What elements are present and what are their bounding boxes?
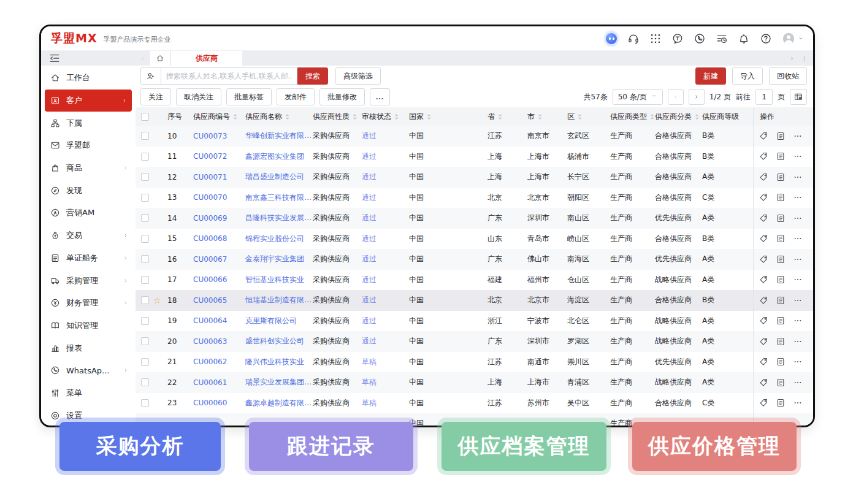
column-header-country[interactable]: 国家 xyxy=(408,107,486,126)
sidebar-item-shipdoc[interactable]: 单证船务 xyxy=(41,247,136,270)
sidebar-item-subordinate[interactable]: 下属 xyxy=(41,112,136,134)
star-icon[interactable]: ☆ xyxy=(153,296,161,305)
tab-scroll-right-icon[interactable] xyxy=(786,52,797,65)
sort-icon[interactable] xyxy=(537,113,543,120)
sidebar-item-marketing[interactable]: 营销AM xyxy=(41,202,136,224)
cell-code[interactable]: CU00065 xyxy=(192,290,244,311)
column-header-name[interactable]: 供应商名称 xyxy=(244,107,312,126)
row-checkbox[interactable] xyxy=(141,337,149,345)
tag-icon[interactable] xyxy=(759,172,768,182)
page-size-select[interactable]: 50 条/页 xyxy=(613,89,663,105)
row-checkbox[interactable] xyxy=(141,399,149,407)
cell-name[interactable]: 隆兴伟业科技实业 xyxy=(244,352,312,373)
tag-icon[interactable] xyxy=(759,234,768,243)
detail-form-icon[interactable] xyxy=(776,378,786,388)
column-header-code[interactable]: 供应商编号 xyxy=(192,107,244,126)
detail-form-icon[interactable] xyxy=(776,254,786,264)
sort-icon[interactable] xyxy=(394,113,399,120)
cell-name[interactable]: 华峰创新实业有限… xyxy=(244,126,312,147)
row-more-icon[interactable] xyxy=(793,275,803,284)
column-header-nature[interactable]: 供应商性质 xyxy=(312,107,361,126)
detail-form-icon[interactable] xyxy=(776,296,786,305)
sidebar-item-finance[interactable]: 财务管理 xyxy=(41,292,136,315)
row-checkbox[interactable] xyxy=(141,132,149,140)
advanced-filter-button[interactable]: 高级筛选 xyxy=(335,67,381,85)
bulk-action-button[interactable]: 发邮件 xyxy=(277,88,315,105)
select-all-checkbox[interactable] xyxy=(141,113,149,121)
cell-name[interactable]: 南京鑫三科技有限… xyxy=(244,188,312,208)
bulk-action-button[interactable]: 关注 xyxy=(140,88,171,105)
tag-icon[interactable] xyxy=(759,193,768,202)
column-header-status[interactable]: 审核状态 xyxy=(361,107,408,126)
sort-icon[interactable] xyxy=(352,113,358,120)
tab-scroll-left-icon[interactable] xyxy=(136,51,149,66)
cell-code[interactable]: CU00067 xyxy=(192,249,244,270)
row-more-icon[interactable] xyxy=(793,131,803,141)
tag-icon[interactable] xyxy=(759,254,768,264)
user-menu[interactable] xyxy=(781,32,805,45)
whatsapp-icon[interactable] xyxy=(693,32,706,45)
apps-grid-icon[interactable] xyxy=(649,32,662,45)
column-header-district[interactable]: 区 xyxy=(566,107,609,126)
sidebar-item-home[interactable]: 工作台 xyxy=(41,67,136,90)
help-icon[interactable] xyxy=(759,32,773,45)
tab-home[interactable] xyxy=(150,51,170,66)
detail-form-icon[interactable] xyxy=(776,316,786,326)
sort-icon[interactable] xyxy=(577,113,583,120)
row-more-icon[interactable] xyxy=(793,398,803,408)
row-checkbox[interactable] xyxy=(141,153,149,161)
cell-code[interactable]: CU00060 xyxy=(192,393,244,414)
notification-bell-icon[interactable] xyxy=(737,32,751,45)
tag-icon[interactable] xyxy=(759,337,768,346)
sort-icon[interactable] xyxy=(497,113,503,120)
row-more-icon[interactable] xyxy=(793,234,803,243)
sidebar-item-product[interactable]: 商品 xyxy=(41,157,136,180)
detail-form-icon[interactable] xyxy=(776,193,786,202)
sidebar-item-mail[interactable]: 孚盟邮 xyxy=(41,134,136,157)
bulk-action-button[interactable]: 批量修改 xyxy=(319,88,365,105)
row-more-icon[interactable] xyxy=(793,296,803,305)
headset-icon[interactable] xyxy=(627,32,640,45)
tag-icon[interactable] xyxy=(759,398,768,408)
message-t-icon[interactable] xyxy=(671,32,684,45)
contact-search-button[interactable] xyxy=(140,67,161,85)
row-more-icon[interactable] xyxy=(793,378,803,388)
tag-icon[interactable] xyxy=(759,357,768,367)
row-checkbox[interactable] xyxy=(141,317,149,325)
tag-icon[interactable] xyxy=(759,378,768,388)
sidebar-item-purchase[interactable]: 采购管理 xyxy=(41,269,136,292)
cell-code[interactable]: CU00072 xyxy=(192,147,244,167)
row-more-icon[interactable] xyxy=(793,151,803,161)
goto-page-input[interactable] xyxy=(755,89,773,105)
detail-form-icon[interactable] xyxy=(776,337,786,346)
sidebar-item-discover[interactable]: 发现 xyxy=(41,179,136,202)
sidebar-item-report[interactable]: 报表 xyxy=(41,337,136,359)
bulk-action-button[interactable]: 取消关注 xyxy=(176,88,221,105)
tab-suppliers[interactable]: 供应商 xyxy=(171,51,242,66)
more-actions-button[interactable]: ... xyxy=(370,88,390,105)
detail-form-icon[interactable] xyxy=(776,151,786,161)
tab-more-icon[interactable] xyxy=(798,52,809,65)
detail-form-icon[interactable] xyxy=(776,398,786,408)
bulk-action-button[interactable]: 批量标签 xyxy=(226,88,272,105)
row-checkbox[interactable] xyxy=(141,296,149,304)
row-checkbox[interactable] xyxy=(141,173,149,181)
row-more-icon[interactable] xyxy=(793,172,803,182)
column-header-type[interactable]: 供应商类型 xyxy=(609,107,654,126)
cell-name[interactable]: 瑞昌盛业制造公司 xyxy=(244,167,312,188)
cell-code[interactable]: CU00068 xyxy=(192,229,244,250)
cell-code[interactable]: CU00061 xyxy=(192,372,244,393)
row-checkbox[interactable] xyxy=(141,255,149,263)
cell-code[interactable]: CU00070 xyxy=(192,188,244,208)
cell-code[interactable]: CU00064 xyxy=(192,311,244,332)
cell-code[interactable]: CU00069 xyxy=(192,208,244,229)
cell-name[interactable]: 智恒基业科技实业 xyxy=(244,270,312,291)
prev-page-button[interactable] xyxy=(668,89,684,105)
sidebar-item-trade[interactable]: 交易 xyxy=(41,224,136,247)
sort-icon[interactable] xyxy=(426,113,432,120)
cell-name[interactable]: 克里斯有限公司 xyxy=(244,311,312,332)
row-more-icon[interactable] xyxy=(793,316,803,326)
cell-code[interactable]: CU00062 xyxy=(192,352,244,373)
detail-form-icon[interactable] xyxy=(776,172,786,182)
next-page-button[interactable] xyxy=(689,89,705,105)
